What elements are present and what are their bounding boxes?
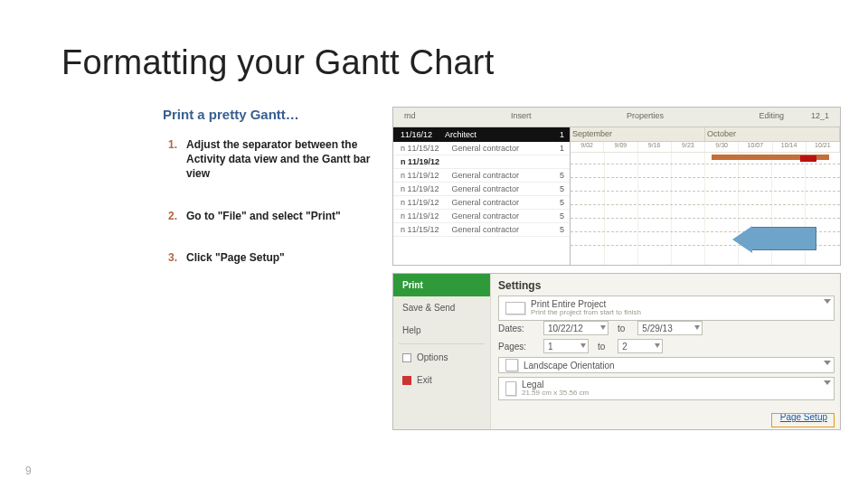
menu-item-help[interactable]: Help — [393, 319, 490, 342]
table-row[interactable]: n 11/19/12General contractor — [393, 169, 570, 183]
ribbon-group: Editing — [748, 108, 795, 127]
step-number: 2. — [163, 209, 177, 223]
table-row[interactable]: n 11/19/12General contractor — [393, 196, 570, 210]
dropdown-sub: 21.59 cm x 35.56 cm — [522, 389, 589, 398]
step-text: Click "Page Setup" — [186, 250, 285, 265]
chevron-down-icon — [694, 325, 700, 330]
date-to-input[interactable]: 5/29/13 — [637, 321, 703, 335]
cell-role: Architect — [445, 130, 476, 139]
slide-subtitle: Print a pretty Gantt… — [163, 107, 299, 122]
options-icon — [402, 353, 411, 362]
label-to: to — [618, 324, 625, 333]
step-number: 3. — [163, 250, 177, 265]
ribbon-group: md — [393, 108, 427, 127]
paper-size-dropdown[interactable]: Legal 21.59 cm x 35.56 cm — [498, 377, 835, 400]
milestone-icon — [800, 155, 816, 162]
gantt-screenshot: md Insert Properties Editing 12_1 11/16/… — [392, 107, 841, 266]
timeline-months: September October — [571, 127, 840, 142]
dropdown-sub: Print the project from start to finish — [531, 309, 641, 317]
project-icon — [505, 302, 525, 314]
chevron-down-icon — [824, 361, 831, 365]
exit-icon — [402, 376, 411, 385]
menu-item-save-send[interactable]: Save & Send — [393, 296, 490, 319]
page-number: 9 — [25, 465, 32, 477]
ribbon: md Insert Properties Editing 12_1 — [393, 108, 840, 127]
page-to-input[interactable]: 2 — [618, 339, 663, 353]
table-row[interactable]: n 11/15/12General contractor — [393, 142, 570, 155]
step-text: Go to "File" and select "Print" — [186, 209, 341, 223]
pages-field: Pages: 1 to 2 — [498, 339, 835, 353]
step-1: 1. Adjust the separator between the Acti… — [163, 137, 416, 182]
chevron-down-icon — [824, 299, 831, 304]
step-text: Adjust the separator between the Activit… — [186, 137, 394, 182]
table-row[interactable]: n 11/15/12General contractor — [393, 223, 570, 237]
qty-column: 1 1 5 5 5 5 5 — [546, 127, 564, 265]
page-from-input[interactable]: 1 — [543, 339, 589, 353]
month-label: September — [571, 127, 705, 141]
print-settings: Settings Print Entire Project Print the … — [498, 279, 835, 400]
menu-item-exit[interactable]: Exit — [393, 369, 490, 391]
label-to: to — [598, 342, 605, 352]
step-list: 1. Adjust the separator between the Acti… — [163, 125, 416, 265]
file-menu: Print Save & Send Help Options Exit — [393, 274, 491, 429]
menu-item-options[interactable]: Options — [393, 346, 490, 369]
timeline-dates: 9/029/099/169/23 9/3010/0710/1410/21 — [571, 142, 840, 153]
table-row[interactable]: n 11/19/12 — [393, 155, 570, 169]
arrow-callout-icon — [751, 227, 816, 250]
chevron-down-icon — [600, 325, 606, 330]
print-scope-dropdown[interactable]: Print Entire Project Print the project f… — [498, 296, 835, 321]
gantt-bar-area: September October 9/029/099/169/23 9/301… — [571, 127, 840, 265]
step-number: 1. — [163, 137, 177, 182]
step-3: 3. Click "Page Setup" — [163, 250, 416, 265]
label: Pages: — [498, 342, 534, 352]
page-setup-link[interactable]: Page Setup — [777, 410, 831, 424]
cell-date: 11/16/12 — [401, 130, 432, 139]
chevron-down-icon — [655, 343, 660, 348]
menu-item-print[interactable]: Print — [393, 274, 490, 296]
ribbon-meta: 12_1 — [795, 108, 840, 127]
orientation-icon — [505, 359, 518, 371]
settings-header: Settings — [498, 279, 835, 292]
table-row[interactable]: n 11/19/12General contractor — [393, 183, 570, 196]
dates-field: Dates: 10/22/12 to 5/29/13 — [498, 321, 835, 335]
ribbon-group: Properties — [616, 108, 675, 127]
file-print-panel: Print Save & Send Help Options Exit Sett… — [392, 273, 841, 430]
slide-title: Formatting your Gantt Chart — [61, 43, 494, 82]
table-row-selected[interactable]: 11/16/12 Architect — [393, 127, 570, 142]
dropdown-value: Landscape Orientation — [524, 361, 615, 371]
paper-icon — [505, 381, 516, 396]
ribbon-group: Insert — [500, 108, 542, 127]
chevron-down-icon — [580, 343, 586, 348]
orientation-dropdown[interactable]: Landscape Orientation — [498, 357, 835, 373]
gantt-activity-table: 11/16/12 Architect n 11/15/12General con… — [393, 127, 571, 265]
label: Dates: — [498, 324, 534, 333]
date-from-input[interactable]: 10/22/12 — [543, 321, 609, 335]
table-row[interactable]: n 11/19/12General contractor — [393, 210, 570, 223]
month-label: October — [705, 127, 840, 141]
chevron-down-icon — [824, 380, 831, 385]
step-2: 2. Go to "File" and select "Print" — [163, 209, 416, 223]
